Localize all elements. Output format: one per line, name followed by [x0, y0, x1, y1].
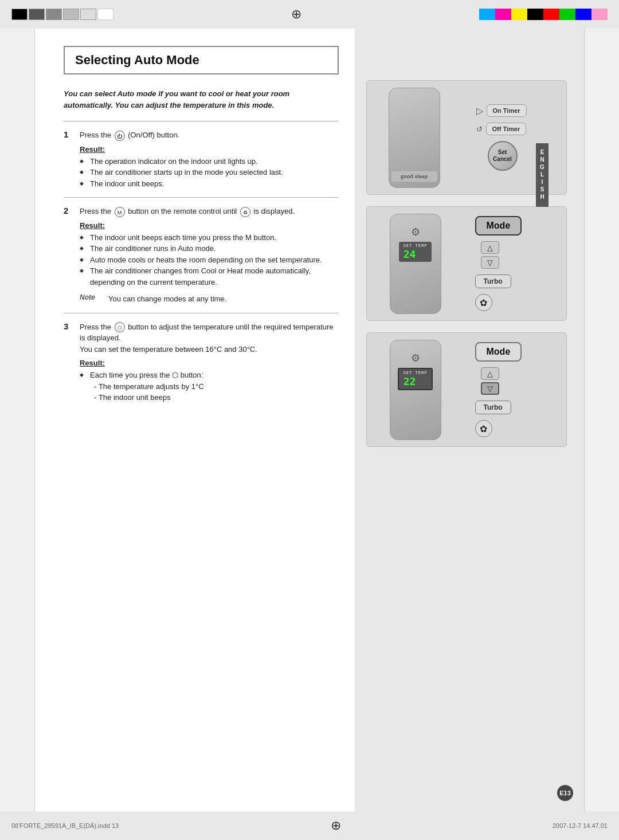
- right-column: good sleep ▷ On Timer ↺ Off Timer Set: [355, 29, 584, 811]
- step-3-result-items: Each time you press the ⬡ button: - The …: [80, 370, 339, 403]
- left-column: Selecting Auto Mode You can select Auto …: [35, 29, 356, 811]
- arrows-area-3: △ ▽: [481, 367, 499, 395]
- step-2-text: Press the M button on the remote control…: [80, 206, 339, 217]
- turbo-btn-2: Turbo: [475, 274, 511, 288]
- mode-icon-inline: M: [245, 233, 252, 242]
- set-temp-label-2: SET TEMP: [403, 244, 428, 248]
- temp-icon: ⬡: [115, 322, 125, 332]
- step-3-result-label: Result:: [80, 359, 105, 367]
- set-temp-label-3: SET TEMP: [403, 371, 428, 375]
- step-1-result-item-1: The operation indicator on the indoor un…: [80, 156, 339, 167]
- color-bar-blue: [575, 9, 591, 20]
- remote-body-3: ⚙ SET TEMP 22: [390, 340, 441, 440]
- fan-btn-2: ✿: [475, 294, 492, 311]
- on-timer-icon: ▷: [476, 105, 483, 116]
- set-cancel-area: Set Cancel: [488, 141, 518, 171]
- step-3-result-item-1: Each time you press the ⬡ button: - The …: [80, 370, 339, 403]
- title-box: Selecting Auto Mode: [64, 46, 339, 74]
- on-timer-area: ▷ On Timer: [476, 104, 527, 117]
- remote-buttons-panel-1: ▷ On Timer ↺ Off Timer Set Cancel: [476, 104, 545, 171]
- divider-3: [64, 313, 339, 313]
- step-1-result-items: The operation indicator on the indoor un…: [80, 156, 339, 190]
- step-1: 1 Press the ⏻ (On/Off) button. Result: T…: [64, 129, 339, 189]
- step-2-note: Note You can change modes at any time.: [80, 293, 339, 305]
- step-2-number: 2: [64, 206, 75, 215]
- arrow-up-btn: △: [481, 241, 499, 254]
- step-2-result-item-1: The indoor unit beeps each time you pres…: [80, 232, 339, 244]
- fan-btn-3: ✿: [475, 420, 492, 437]
- off-timer-area: ↺ Off Timer: [476, 123, 527, 135]
- temp-display-3: SET TEMP 22: [398, 368, 433, 391]
- mark-box-mid: [46, 9, 62, 20]
- off-timer-btn: Off Timer: [486, 123, 527, 135]
- mode-icon: M: [115, 207, 125, 217]
- color-bar-cyan: [479, 9, 495, 20]
- auto-icon: ♻: [240, 207, 250, 217]
- mark-box-light: [63, 9, 79, 20]
- mark-box-black: [11, 9, 28, 20]
- bottom-left-text: 08'FORTE_28591A_IB_E(DÂ).indd 13: [11, 822, 119, 829]
- language-tab: ENGLISH: [536, 143, 549, 207]
- mark-box-lighter: [80, 9, 96, 20]
- arrow-up-btn-3: △: [481, 367, 499, 380]
- crosshair-top: ⊕: [291, 7, 301, 22]
- step-1-result-item-2: The air conditioner starts up in the mod…: [80, 167, 339, 178]
- set-cancel-btn: Set Cancel: [488, 141, 518, 171]
- step-1-result: Result: The operation indicator on the i…: [80, 144, 339, 190]
- cancel-label: Cancel: [493, 156, 512, 163]
- marks-left: [11, 9, 113, 20]
- temp-icon-inline: ⬡: [172, 371, 178, 379]
- on-timer-btn: On Timer: [487, 104, 527, 117]
- step-3: 3 Press the ⬡ button to adjust the tempe…: [64, 321, 339, 403]
- step-3-result: Result: Each time you press the ⬡ button…: [80, 358, 339, 403]
- top-registration-marks: ⊕: [0, 0, 619, 29]
- step-1-text: Press the ⏻ (On/Off) button.: [80, 129, 339, 141]
- crosshair-bottom: ⊕: [331, 818, 341, 833]
- remote-illustration-2: ⚙ SET TEMP 24 Mode △ ▽ Turbo ✿: [366, 206, 567, 321]
- bottom-registration-marks: 08'FORTE_28591A_IB_E(DÂ).indd 13 ⊕ 2007-…: [0, 811, 619, 840]
- mode-icon-remote-3: ⚙: [411, 352, 420, 364]
- color-bar-pink: [591, 9, 608, 20]
- color-bar-magenta: [495, 9, 511, 20]
- step-1-result-item-3: The indoor unit beeps.: [80, 178, 339, 190]
- step-3-header: 3 Press the ⬡ button to adjust the tempe…: [64, 321, 339, 355]
- bottom-right-text: 2007-12-7 14.47.01: [553, 822, 608, 829]
- mark-box-white: [97, 9, 113, 20]
- arrow-down-btn-3: ▽: [481, 382, 499, 395]
- note-label: Note: [80, 293, 103, 301]
- step-1-result-label: Result:: [80, 145, 105, 154]
- divider-1: [64, 121, 339, 121]
- page-content: Selecting Auto Mode You can select Auto …: [35, 29, 584, 811]
- step-3-text: Press the ⬡ button to adjust the tempera…: [80, 321, 339, 355]
- step-3-number: 3: [64, 321, 75, 331]
- intro-text: You can select Auto mode if you want to …: [64, 88, 339, 111]
- set-label: Set: [498, 149, 507, 156]
- onoff-icon: ⏻: [115, 131, 125, 141]
- mode-icon-remote: ⚙: [411, 226, 420, 238]
- page-number: E13: [557, 785, 573, 801]
- color-bar-yellow: [511, 9, 527, 20]
- step-1-number: 1: [64, 129, 75, 139]
- remote-buttons-panel-2: Mode △ ▽ Turbo ✿: [475, 216, 544, 311]
- good-sleep-display: good sleep: [391, 171, 437, 182]
- step-2-result-item-3: Auto mode cools or heats the room depend…: [80, 254, 339, 266]
- mode-btn-3: Mode: [475, 342, 522, 362]
- remote-buttons-panel-3: Mode △ ▽ Turbo ✿: [475, 342, 544, 437]
- step-2: 2 Press the M button on the remote contr…: [64, 206, 339, 305]
- remote-illustration-3: ⚙ SET TEMP 22 Mode △ ▽ Turbo ✿: [366, 332, 567, 447]
- arrows-area: △ ▽: [481, 241, 499, 269]
- turbo-btn-3: Turbo: [475, 401, 511, 414]
- color-bar-green: [559, 9, 575, 20]
- step-2-result-label: Result:: [80, 221, 105, 230]
- page-title: Selecting Auto Mode: [75, 53, 327, 68]
- temp-display-2: SET TEMP 24: [399, 242, 432, 262]
- color-bar-black: [527, 9, 543, 20]
- divider-2: [64, 197, 339, 198]
- note-text: You can change modes at any time.: [108, 293, 226, 305]
- step-2-result-items: The indoor unit beeps each time you pres…: [80, 232, 339, 288]
- step-2-header: 2 Press the M button on the remote contr…: [64, 206, 339, 217]
- step-2-result-item-4: The air conditioner changes from Cool or…: [80, 265, 339, 288]
- remote-body-2: ⚙ SET TEMP 24: [390, 214, 441, 314]
- mark-box-dark: [29, 9, 45, 20]
- color-bar-red: [543, 9, 559, 20]
